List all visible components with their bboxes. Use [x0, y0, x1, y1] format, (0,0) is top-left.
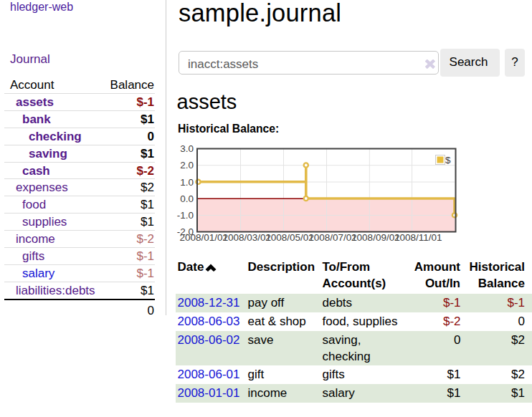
- svg-text:1.0: 1.0: [180, 177, 194, 188]
- svg-text:2008/01/01: 2008/01/01: [180, 232, 229, 243]
- svg-text:2008/05/01: 2008/05/01: [265, 232, 314, 243]
- svg-text:3.0: 3.0: [180, 143, 194, 154]
- svg-text:2008/11/01: 2008/11/01: [394, 232, 442, 243]
- svg-text:2008/03/01: 2008/03/01: [222, 232, 271, 243]
- svg-text:2008/07/01: 2008/07/01: [308, 232, 357, 243]
- svg-text:2008/09/01: 2008/09/01: [351, 232, 400, 243]
- svg-text:$: $: [445, 155, 451, 166]
- svg-text:-1.0: -1.0: [177, 210, 194, 221]
- svg-text:0.0: 0.0: [180, 193, 194, 204]
- svg-text:2.0: 2.0: [180, 160, 194, 171]
